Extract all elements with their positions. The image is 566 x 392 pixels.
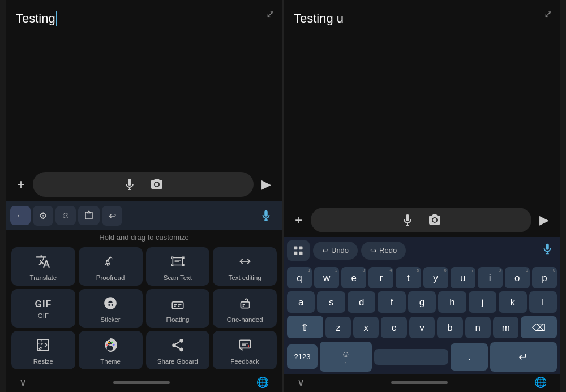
key-backspace[interactable]: ⌫ [521,316,557,338]
key-emoji[interactable]: ☺ , [320,342,372,372]
key-w[interactable]: w2 [314,267,339,288]
key-symbols[interactable]: ?123 [287,344,318,369]
key-b[interactable]: b [437,317,462,338]
svg-rect-5 [172,302,183,309]
key-s[interactable]: s [317,291,345,313]
key-q[interactable]: q1 [287,267,312,288]
right-send-button[interactable]: ▶ [536,209,552,231]
right-mic-icon[interactable] [401,213,414,227]
proofread-icon: A [103,254,118,271]
menu-item-resize[interactable]: Resize [11,331,75,369]
key-x[interactable]: x [353,317,379,338]
right-expand-icon[interactable]: ⤢ [544,8,552,20]
menu-item-theme[interactable]: Theme [79,331,143,369]
left-bottom-row: ∨ 🌐 [6,374,282,392]
left-emoji-button[interactable]: ☺ [55,206,76,225]
key-k[interactable]: k [499,291,526,313]
resize-icon [36,338,50,355]
kb-mic-button[interactable] [538,239,557,261]
key-h[interactable]: h [438,291,466,313]
clipboard-icon [84,210,94,221]
right-text-area: Testing u ⤢ [284,0,560,203]
left-chevron-icon[interactable]: ∨ [19,376,27,389]
left-mic-camera-bar [33,172,254,197]
key-period[interactable]: . [451,343,488,371]
translate-icon [36,254,50,271]
menu-item-share[interactable]: Share Gboard [146,331,210,369]
menu-item-proofread[interactable]: A Proofread [79,247,143,286]
right-panel: Testing u ⤢ + ▶ ↩ Undo [283,0,560,392]
key-y[interactable]: y6 [423,267,448,288]
menu-item-gif[interactable]: GIF GIF [11,289,75,328]
text-editing-label: Text editing [229,274,261,281]
theme-icon [103,338,118,355]
left-mic-icon[interactable] [123,178,136,191]
kb-redo-button[interactable]: ↪ Redo [361,242,406,260]
svg-rect-22 [299,246,303,249]
menu-item-feedback[interactable]: Feedback [213,331,277,369]
toolbar-mic-icon [260,209,272,222]
key-f[interactable]: f [378,291,405,313]
svg-point-15 [108,342,110,343]
left-globe-icon[interactable]: 🌐 [256,376,269,389]
kb-undo-button[interactable]: ↩ Undo [313,242,358,260]
theme-label: Theme [100,358,121,365]
right-plus-button[interactable]: + [291,209,306,231]
one-handed-label: One-handed [227,316,263,323]
key-o[interactable]: o9 [505,267,530,288]
right-globe-icon[interactable]: 🌐 [534,376,547,389]
key-z[interactable]: z [325,317,351,338]
key-g[interactable]: g [408,291,436,313]
menu-item-scan-text[interactable]: Scan Text [146,247,210,286]
key-n[interactable]: n [465,317,491,338]
share-label: Share Gboard [157,358,198,365]
right-nav-bar [391,381,448,384]
left-toolbar-mic-button[interactable] [254,205,278,226]
key-e[interactable]: e3 [341,267,366,288]
key-u[interactable]: u7 [451,267,475,288]
svg-rect-23 [294,251,298,255]
key-i[interactable]: i8 [478,267,503,288]
feedback-icon [238,338,252,355]
menu-item-one-handed[interactable]: One-handed [213,289,277,328]
hold-drag-text: Hold and drag to customize [6,230,282,244]
menu-item-translate[interactable]: Translate [11,247,75,286]
kb-grid-button[interactable] [287,240,310,261]
left-expand-icon[interactable]: ⤢ [266,8,275,20]
svg-rect-24 [299,251,303,255]
menu-item-sticker[interactable]: Sticker [79,289,143,328]
key-shift[interactable]: ⇧ [287,316,323,338]
left-input-row: + ▶ [6,167,282,201]
menu-item-floating[interactable]: Floating [146,289,210,328]
right-chevron-icon[interactable]: ∨ [297,376,305,389]
key-r[interactable]: r4 [368,267,393,288]
key-a[interactable]: a [287,291,315,313]
right-camera-icon[interactable] [428,213,441,227]
key-j[interactable]: j [469,291,496,313]
left-undo-button[interactable]: ↩ [102,206,122,226]
svg-point-16 [111,342,113,343]
key-enter[interactable]: ↵ [490,342,557,372]
key-t[interactable]: t5 [396,267,421,288]
one-handed-icon [238,296,252,313]
svg-rect-10 [241,302,249,308]
gif-icon: GIF [35,300,52,309]
left-back-button[interactable]: ← [10,206,31,225]
kb-row-1: q1 w2 e3 r4 t5 y6 u7 i8 o9 p0 [287,267,557,288]
key-p[interactable]: p0 [532,267,557,288]
right-input-row: + ▶ [284,203,560,237]
left-camera-icon[interactable] [150,178,164,191]
left-send-button[interactable]: ▶ [258,174,275,195]
key-l[interactable]: l [529,291,557,313]
key-c[interactable]: c [381,317,406,338]
key-m[interactable]: m [493,317,518,338]
left-plus-button[interactable]: + [14,173,28,196]
left-settings-button[interactable]: ⚙ [33,206,53,226]
key-d[interactable]: d [348,291,375,313]
left-clipboard-button[interactable] [78,206,100,225]
key-v[interactable]: v [409,317,435,338]
key-space[interactable] [374,349,448,365]
menu-item-text-editing[interactable]: Text editing [213,247,277,286]
kb-bottom-row: ?123 ☺ , . ↵ [286,341,558,374]
resize-label: Resize [33,358,53,365]
